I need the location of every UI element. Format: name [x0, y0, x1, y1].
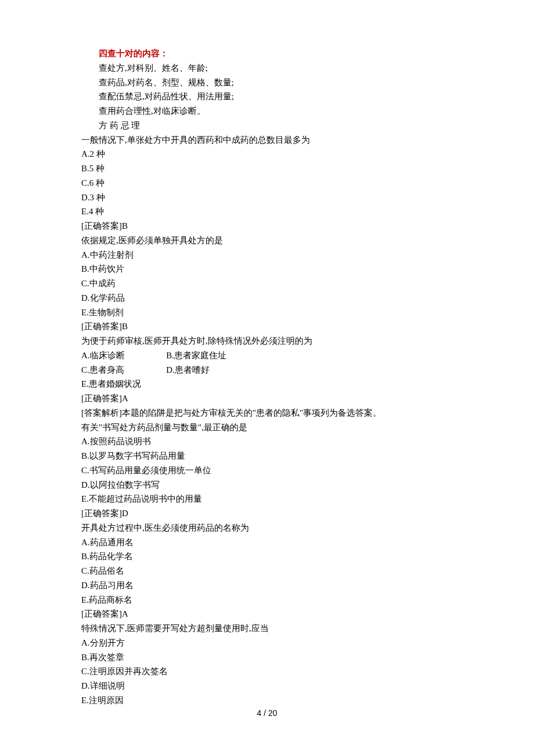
option-a: A.中药注射剂 — [81, 248, 453, 262]
option-a: A.分别开方 — [81, 636, 453, 650]
option-d: D.化学药品 — [81, 291, 453, 305]
document-page: 四查十对的内容： 查处方,对科别、姓名、年龄; 查药品,对药名、剂型、规格、数量… — [0, 0, 534, 732]
answer-label: [正确答案]A — [81, 607, 453, 621]
option-c: C.6 种 — [81, 176, 453, 190]
question-stem: 一般情况下,单张处方中开具的西药和中成药的总数目最多为 — [81, 133, 453, 147]
question-stem: 为便于药师审核,医师开具处方时,除特殊情况外必须注明的为 — [81, 334, 453, 348]
option-d: D.患者嗜好 — [166, 365, 210, 375]
mnemonic-line: 方 药 忌 理 — [99, 118, 453, 133]
option-a: A.按照药品说明书 — [81, 434, 453, 449]
option-a: A.临床诊断 — [81, 348, 164, 363]
option-b: B.中药饮片 — [81, 262, 453, 276]
option-e: E.不能超过药品说明书中的用量 — [81, 492, 453, 506]
option-c: C.书写药品用量必须使用统一单位 — [81, 463, 453, 478]
check-item: 查配伍禁忌,对药品性状、用法用量; — [99, 89, 453, 104]
answer-label: [正确答案]B — [81, 319, 453, 334]
option-row: C.患者身高 D.患者嗜好 — [81, 363, 453, 377]
option-c: C.中成药 — [81, 276, 453, 291]
question-stem: 依据规定,医师必须单独开具处方的是 — [81, 233, 453, 248]
option-row: A.临床诊断 B.患者家庭住址 — [81, 348, 453, 363]
option-a: A.药品通用名 — [81, 535, 453, 550]
option-b: B.患者家庭住址 — [166, 351, 226, 360]
option-d: D.3 种 — [81, 190, 453, 205]
answer-label: [正确答案]A — [81, 391, 453, 406]
answer-explanation: [答案解析]本题的陷阱是把与处方审核无关的"患者的隐私"事项列为备选答案。 — [81, 406, 453, 420]
option-c: C.注明原因并再次签名 — [81, 664, 453, 679]
answer-label: [正确答案]B — [81, 219, 453, 233]
option-a: A.2 种 — [81, 147, 453, 161]
option-b: B.5 种 — [81, 161, 453, 176]
option-e: E.患者婚姻状况 — [81, 377, 453, 391]
option-e: E.4 种 — [81, 204, 453, 219]
option-d: D.药品习用名 — [81, 578, 453, 593]
answer-label: [正确答案]D — [81, 506, 453, 521]
question-stem: 特殊情况下,医师需要开写处方超剂量使用时,应当 — [81, 621, 453, 636]
option-e: E.生物制剂 — [81, 305, 453, 320]
option-b: B.再次签章 — [81, 650, 453, 665]
question-stem: 开具处方过程中,医生必须使用药品的名称为 — [81, 521, 453, 535]
page-number: 4 / 20 — [0, 707, 534, 720]
check-item: 查用药合理性,对临床诊断。 — [99, 104, 453, 118]
option-e: E.药品商标名 — [81, 593, 453, 607]
check-item: 查处方,对科别、姓名、年龄; — [99, 61, 453, 75]
option-d: D.以阿拉伯数字书写 — [81, 478, 453, 492]
question-stem: 有关"书写处方药品剂量与数量",最正确的是 — [81, 420, 453, 435]
option-c: C.患者身高 — [81, 363, 164, 377]
option-d: D.详细说明 — [81, 679, 453, 693]
option-b: B.药品化学名 — [81, 549, 453, 564]
option-b: B.以罗马数字书写药品用量 — [81, 449, 453, 463]
section-heading: 四查十对的内容： — [99, 46, 453, 61]
option-c: C.药品俗名 — [81, 564, 453, 578]
option-e: E.注明原因 — [81, 693, 453, 708]
check-item: 查药品,对药名、剂型、规格、数量; — [99, 75, 453, 90]
